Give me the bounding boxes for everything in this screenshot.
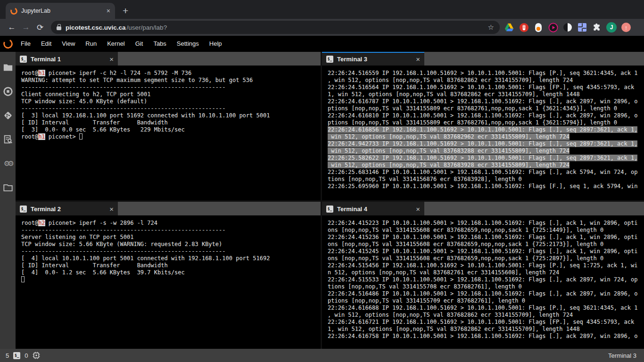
terminal-line: Server listening on TCP port 5001 [21,234,321,241]
terminal-line: , win 512, options [nop,nop,TS val 83768… [328,77,644,84]
terminal-line: 22:26:24.616758 IP 10.10.1.100.5001 > 19… [328,333,644,340]
browser-tab-title: JupyterLab [21,8,50,14]
url-path: /user/pan/lab? [127,24,167,31]
browser-tab[interactable]: JupyterLab × [6,3,115,19]
activity-sidebar: ⚙⚙ [0,52,16,349]
current-widget-label[interactable]: Terminal 3 [608,352,638,359]
terminal-2-output[interactable]: root@h2 piconet> iperf -s -w 2896 -l 724… [16,215,321,349]
running-kernels-icon[interactable] [3,86,13,97]
terminal-line: [ ID] Interval Transfer Bandwidth [21,262,321,269]
terminal-line: 22:26:25.695960 IP 10.10.1.100.5001 > 19… [328,183,644,190]
property-inspector-icon[interactable] [3,134,13,145]
terminal-line: root@h1 piconet> iperf -c h2 -l 724 -n 5… [21,70,321,77]
drive-extension-icon[interactable] [504,22,514,33]
terminal-line: ptions [nop,nop,TS val 3314155709 ecr 83… [328,297,644,304]
terminal-line: WARNING: attempt to set TCP maximum segm… [21,77,321,84]
jupyter-logo-icon [2,38,14,49]
profile-avatar[interactable]: J [606,22,617,33]
tab-terminal-3[interactable]: $_ Terminal 3 × [322,52,424,66]
tab-terminal-2[interactable]: $_ Terminal 2 × [16,202,118,215]
new-tab-button[interactable]: + [123,6,128,16]
close-icon[interactable]: × [109,55,114,63]
egg-timer-extension-icon[interactable] [533,22,544,33]
git-icon[interactable] [3,110,13,121]
update-browser-icon[interactable]: ↑ [621,22,631,33]
menu-edit[interactable]: Edit [36,36,57,52]
tab-terminal-1[interactable]: $_ Terminal 1 × [16,52,118,66]
terminal-line: 22:26:25.683146 IP 10.10.1.100.5001 > 19… [328,169,644,176]
grid-extension-icon[interactable] [577,22,587,33]
terminal-line: 22:26:24.616721 IP 192.168.1.100.51692 >… [328,319,644,326]
forward-icon[interactable]: → [19,23,33,32]
terminal-line: 22:26:24.415236 IP 10.10.1.100.5001 > 19… [328,234,644,241]
close-icon[interactable]: × [109,205,114,213]
terminal-line: root@h1 piconet> [21,133,321,140]
jupyterlab-main: ⚙⚙ $_ Terminal 1 × root@h1 piconet> iper… [0,52,644,349]
dock-panel: $_ Terminal 1 × root@h1 piconet> iperf -… [16,52,644,349]
close-icon[interactable]: × [416,205,420,213]
bookmark-star-icon[interactable]: ☆ [488,23,494,32]
url-bar[interactable]: picotest.csc.uvic.ca/user/pan/lab? ☆ [51,21,500,34]
terminal-line: 22:26:24.515533 IP 10.10.1.100.5001 > 19… [328,276,644,283]
menu-git[interactable]: Git [130,36,149,52]
terminal-line: ----------------------------------------… [21,84,321,91]
terminal-line: 22:26:24.616856 IP 192.168.1.100.51692 >… [328,126,644,133]
back-icon[interactable]: ← [5,23,19,32]
terminal-line: ons [nop,nop,TS val 3314155608 ecr 83768… [328,255,644,262]
jupyter-favicon-icon [9,6,18,15]
terminal-cursor [79,133,83,140]
terminal-cursor [21,276,25,282]
terminal-3-output[interactable]: 22:26:24.516559 IP 192.168.1.100.51692 >… [322,66,644,200]
menu-run[interactable]: Run [80,36,102,52]
terminal-line: 22:26:24.516559 IP 192.168.1.100.51692 >… [328,70,644,77]
tab-label: Terminal 4 [337,206,367,213]
menu-tabs[interactable]: Tabs [148,36,171,52]
terminal-1-output[interactable]: root@h1 piconet> iperf -c h2 -l 724 -n 5… [16,66,321,200]
dark-reader-extension-icon[interactable] [562,22,573,33]
terminal-line: ptions [nop,nop,TS val 3314155809 ecr 83… [328,119,644,126]
close-icon[interactable]: × [416,55,420,63]
menu-help[interactable]: Help [204,36,227,52]
tab-close-icon[interactable]: × [107,7,110,15]
pane-tabbar: $_ Terminal 1 × [16,52,321,66]
menu-kernel[interactable]: Kernel [102,36,130,52]
terminal-icon: $_ [326,206,333,213]
terminal-line: 22:26:25.582622 IP 192.168.1.100.51692 >… [328,155,644,162]
jupyterlab-menubar: File Edit View Run Kernel Git Tabs Setti… [0,36,644,52]
adblock-extension-icon[interactable] [519,22,529,33]
kernel-chip-icon[interactable] [32,351,41,360]
browser-toolbar: ← → ⟳ picotest.csc.uvic.ca/user/pan/lab?… [0,19,644,36]
url-host: picotest.csc.uvic.ca [66,24,126,31]
terminal-line: win 512, options [nop,nop,TS val 8376839… [328,162,644,169]
terminal-icon: $_ [20,206,27,213]
terminal-line: [ ID] Interval Transfer Bandwidth [21,119,321,126]
menu-file[interactable]: File [16,36,36,52]
tab-terminal-4[interactable]: $_ Terminal 4 × [322,202,424,215]
reload-icon[interactable]: ⟳ [33,23,47,33]
terminal-line [21,276,321,283]
terminal-4-output[interactable]: 22:26:24.415223 IP 10.10.1.100.5001 > 19… [322,215,644,349]
terminal-icon: $_ [20,56,27,63]
terminal-line: 22:26:24.415223 IP 10.10.1.100.5001 > 19… [328,220,644,227]
terminal-line: win 512, options [nop,nop,TS val 8376832… [328,148,644,155]
terminal-line: root@h2 piconet> iperf -s -w 2896 -l 724 [21,220,321,227]
extension-manager-gears-icon[interactable]: ⚙⚙ [3,158,13,169]
pane-terminal-4: $_ Terminal 4 × 22:26:24.415223 IP 10.10… [322,202,644,349]
terminal-line: 22:26:24.515456 IP 192.168.1.100.51692 >… [328,262,644,269]
terminal-line: tions [nop,nop,TS val 3314155708 ecr 837… [328,283,644,290]
terminal-line: [ 4] local 10.10.1.100 port 5001 connect… [21,255,321,262]
file-browser-icon[interactable] [3,62,13,73]
terminal-line: [ 4] 0.0- 1.2 sec 5.66 KBytes 39.7 Kbits… [21,269,321,276]
terminal-line: win 512, options [nop,nop,TS val 8376829… [328,133,644,140]
play-circle-extension-icon[interactable] [548,22,558,33]
menu-view[interactable]: View [57,36,80,52]
terminal-line: , win 512, options [nop,nop,TS val 83768… [328,312,644,319]
tab-label: Terminal 2 [31,206,61,213]
menu-settings[interactable]: Settings [172,36,204,52]
terminal-line: [ 3] 0.0- 0.0 sec 5.66 KBytes 229 Mbits/… [21,126,321,133]
terminal-line: ons [nop,nop,TS val 3314155608 ecr 83768… [328,241,644,248]
terminal-status-icon[interactable]: $_ [13,352,20,359]
extensions-puzzle-icon[interactable] [592,22,602,33]
open-tabs-icon[interactable] [3,182,13,193]
terminal-line: 22:26:24.942733 IP 192.168.1.100.51692 >… [328,140,644,148]
